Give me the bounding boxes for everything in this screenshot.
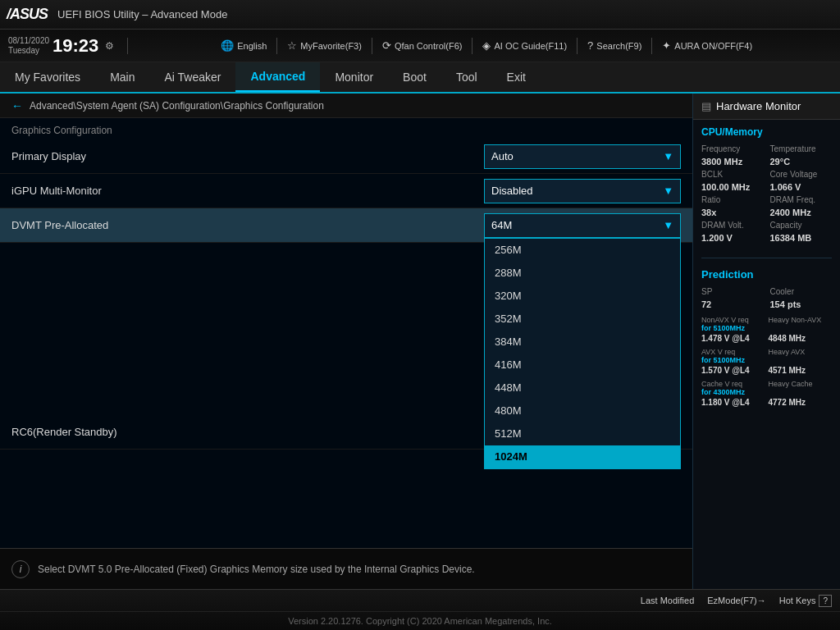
search-btn[interactable]: ? Search(F9) [587,39,641,52]
time-display: 19:23 [52,35,98,57]
option-288m[interactable]: 288M [485,262,680,285]
breadcrumb-path: Advanced\System Agent (SA) Configuration… [30,100,324,112]
nav-ai-tweaker[interactable]: Ai Tweaker [149,62,235,92]
avx-right-value: 4571 MHz [769,366,833,375]
myfavorite-btn[interactable]: ☆ MyFavorite(F3) [287,39,362,52]
option-512m[interactable]: 512M [485,422,680,445]
dropdown-igpu[interactable]: Disabled ▼ [484,179,681,203]
content-area: ← Advanced\System Agent (SA) Configurati… [0,94,840,589]
value-dvmt: 64M ▼ 256M 288M 320M 352M 384M 416M 448M [484,213,681,238]
header-bar: 08/11/2020 Tuesday 19:23 ⚙ 🌐 English ☆ M… [0,30,840,62]
dropdown-dvmt[interactable]: 64M ▼ [484,213,681,238]
language-btn[interactable]: 🌐 English [221,39,267,52]
gear-icon[interactable]: ⚙ [105,40,114,52]
value-igpu: Disabled ▼ [484,179,681,203]
setting-dvmt: DVMT Pre-Allocated 64M ▼ 256M 288M 320M … [0,208,692,243]
settings-list: Primary Display Auto ▼ iGPU Multi-Monito… [0,139,692,548]
ez-mode-btn[interactable]: EzMode(F7)→ [707,596,766,605]
bios-title: UEFI BIOS Utility – Advanced Mode [57,8,833,21]
dropdown-primary-display[interactable]: Auto ▼ [484,144,681,169]
option-416m[interactable]: 416M [485,354,680,377]
dramvolt-value: 1.200 V [701,233,764,243]
bclk-value: 100.00 MHz [701,182,764,192]
info-icon: i [11,560,30,578]
nav-bar: My Favorites Main Ai Tweaker Advanced Mo… [0,62,840,94]
avx-mhz: for 5100MHz [701,356,745,364]
option-480m[interactable]: 480M [485,399,680,422]
option-1024m[interactable]: 1024M [485,445,680,468]
avx-left-value: 1.570 V @L4 [701,366,765,375]
separator [127,38,128,54]
sp-value: 72 [701,299,764,309]
hw-monitor-title: ▤ Hardware Monitor [693,94,840,120]
cache-left-label: Cache V req for 4300MHz [701,380,765,396]
corev-value: 1.066 V [770,182,833,192]
aura-btn[interactable]: ✦ AURA ON/OFF(F4) [662,39,752,52]
main-content: ← Advanced\System Agent (SA) Configurati… [0,94,692,589]
last-modified-btn[interactable]: Last Modified [641,596,694,605]
nav-boot[interactable]: Boot [388,62,441,92]
fan-icon: ⟳ [382,39,391,52]
ratio-label: Ratio [701,195,764,204]
aioc-btn[interactable]: ◈ AI OC Guide(F11) [482,39,567,52]
nav-exit[interactable]: Exit [492,62,541,92]
nav-monitor[interactable]: Monitor [320,62,388,92]
info-bar: i Select DVMT 5.0 Pre-Allocated (Fixed) … [0,548,692,589]
cooler-label: Cooler [770,287,833,296]
label-primary-display: Primary Display [11,150,484,162]
top-bar: /ASUS UEFI BIOS Utility – Advanced Mode [0,0,840,30]
avx-left-label: AVX V req for 5100MHz [701,348,765,364]
qfan-btn[interactable]: ⟳ Qfan Control(F6) [382,39,463,52]
language-icon: 🌐 [221,39,234,52]
cache-right-label: Heavy Cache [769,380,833,396]
dramfreq-value: 2400 MHz [770,208,833,217]
back-button[interactable]: ← [11,99,23,112]
monitor-icon: ▤ [701,100,711,112]
nav-tool[interactable]: Tool [441,62,492,92]
avx-right-label: Heavy AVX [769,348,833,364]
hw-monitor-panel: ▤ Hardware Monitor CPU/Memory Frequency … [692,94,840,589]
dropdown-arrow-primary: ▼ [663,150,673,162]
hot-keys-icon: ? [819,595,832,607]
option-320m[interactable]: 320M [485,285,680,308]
prediction-section: SP Cooler 72 154 pts NonAVX V req for 51… [693,284,840,415]
nonavx-left-label: NonAVX V req for 5100MHz [701,316,765,332]
option-352m[interactable]: 352M [485,308,680,331]
prediction-grid: SP Cooler 72 154 pts [701,287,832,309]
dropdown-menu-dvmt: 256M 288M 320M 352M 384M 416M 448M 480M … [484,238,681,469]
nav-favorites[interactable]: My Favorites [0,62,95,92]
search-icon: ? [587,39,593,52]
section-title: Graphics Configuration [0,118,692,139]
option-256m[interactable]: 256M [485,239,680,262]
ratio-value: 38x [701,208,764,217]
nonavx-right-label: Heavy Non-AVX [769,316,833,332]
capacity-value: 16384 MB [770,233,833,243]
setting-primary-display: Primary Display Auto ▼ [0,139,692,174]
favorite-icon: ☆ [287,39,297,52]
prediction-title: Prediction [693,263,840,284]
cache-mhz: for 4300MHz [701,388,745,396]
cpu-memory-section: CPU/Memory Frequency Temperature 3800 MH… [693,120,840,253]
nonavx-mhz: for 5100MHz [701,324,745,332]
hot-keys-btn[interactable]: Hot Keys ? [779,595,832,607]
aura-icon: ✦ [662,39,671,52]
label-dvmt: DVMT Pre-Allocated [11,219,484,231]
nav-main[interactable]: Main [95,62,149,92]
date-display: 08/11/2020 Tuesday [8,36,49,56]
breadcrumb: ← Advanced\System Agent (SA) Configurati… [0,94,692,118]
footer-controls: Last Modified EzMode(F7)→ Hot Keys ? [0,590,840,612]
bclk-label: BCLK [701,170,764,179]
sep1 [276,38,277,54]
sep4 [577,38,578,54]
main-container: /ASUS UEFI BIOS Utility – Advanced Mode … [0,0,840,630]
corev-label: Core Voltage [770,170,833,179]
avx-row: AVX V req for 5100MHz Heavy AVX 1.570 V … [701,348,832,375]
cpu-memory-grid: Frequency Temperature 3800 MHz 29°C BCLK… [701,144,832,243]
nav-advanced[interactable]: Advanced [235,62,320,92]
freq-value: 3800 MHz [701,157,764,167]
option-384m[interactable]: 384M [485,331,680,354]
ai-icon: ◈ [482,39,491,52]
dropdown-arrow-igpu: ▼ [663,185,673,197]
option-448m[interactable]: 448M [485,377,680,399]
value-primary-display: Auto ▼ [484,144,681,169]
